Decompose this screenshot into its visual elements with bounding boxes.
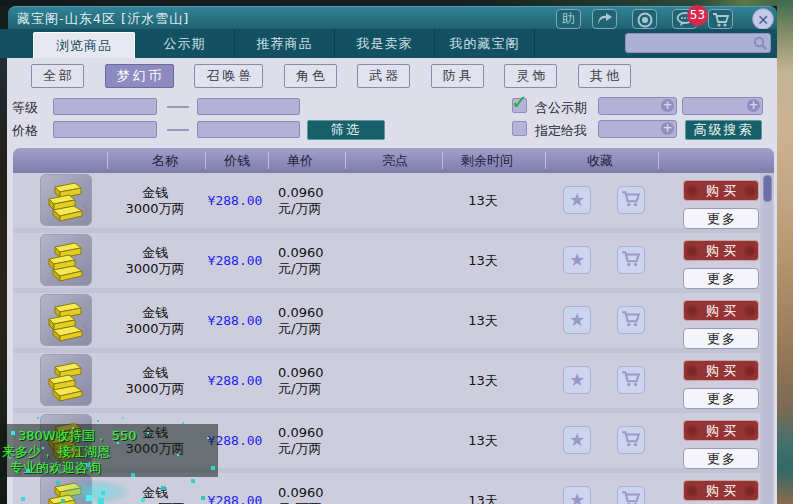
more-button-label: 更多 (707, 331, 737, 346)
close-button[interactable]: ✕ (752, 8, 774, 30)
item-remaining-time: 13天 (468, 313, 498, 329)
category-button-2[interactable]: 召唤兽 (194, 64, 263, 88)
category-button-1[interactable]: 梦幻币 (105, 64, 174, 88)
assigned-to-me-checkbox[interactable] (512, 121, 527, 136)
goods-row: 金钱 3000万两 ¥288.00 0.0960 元/万两 13天 ★ 购买 更… (13, 233, 760, 288)
level-filter-label: 等级 (12, 99, 38, 117)
favorite-button[interactable]: ★ (563, 366, 591, 394)
add-to-cart-button[interactable] (617, 246, 645, 274)
goods-row: 金钱 3000万两 ¥288.00 0.0960 元/万两 13天 ★ 购买 更… (13, 353, 760, 408)
buy-button[interactable]: 购买 (683, 360, 759, 381)
category-label: 梦幻币 (114, 67, 165, 85)
table-scrollbar[interactable] (763, 175, 772, 504)
assigned-combo[interactable]: + (598, 120, 677, 138)
extra-filter-combo[interactable]: + (682, 97, 763, 115)
item-price: ¥288.00 (208, 493, 263, 504)
add-to-cart-button[interactable] (617, 186, 645, 214)
plus-icon[interactable]: + (661, 122, 674, 135)
price-max-input[interactable] (197, 121, 300, 138)
add-to-cart-button[interactable] (617, 486, 645, 504)
more-button[interactable]: 更多 (683, 448, 759, 469)
level-range-dash (167, 106, 189, 108)
filter-button[interactable]: 筛选 (307, 120, 385, 140)
item-unit-label: 元/万两 (278, 441, 321, 457)
item-remaining-time: 13天 (468, 493, 498, 504)
more-button[interactable]: 更多 (683, 388, 759, 409)
help-button[interactable]: 助 (556, 9, 581, 29)
add-to-cart-button[interactable] (617, 426, 645, 454)
level-max-input[interactable] (197, 98, 300, 115)
category-button-5[interactable]: 防具 (431, 64, 484, 88)
price-range-dash (167, 129, 189, 131)
more-button[interactable]: 更多 (683, 268, 759, 289)
cart-icon (709, 12, 732, 28)
record-button[interactable] (632, 9, 657, 29)
gold-item-icon[interactable] (40, 234, 92, 286)
more-button-label: 更多 (707, 271, 737, 286)
category-button-6[interactable]: 灵饰 (504, 64, 557, 88)
titlebar-cart-button[interactable] (708, 9, 733, 29)
buy-button[interactable]: 购买 (683, 240, 759, 261)
star-icon: ★ (569, 431, 585, 449)
cart-icon (621, 370, 641, 391)
favorite-button[interactable]: ★ (563, 246, 591, 274)
buy-button[interactable]: 购买 (683, 180, 759, 201)
item-unit-label: 元/万两 (278, 501, 321, 504)
category-bar: 全部梦幻币召唤兽角色武器防具灵饰其他 (31, 64, 631, 88)
share-button[interactable] (592, 9, 617, 29)
category-button-7[interactable]: 其他 (578, 64, 631, 88)
gold-item-icon[interactable] (40, 294, 92, 346)
category-button-0[interactable]: 全部 (31, 64, 84, 88)
level-min-input[interactable] (53, 98, 157, 115)
more-button[interactable]: 更多 (683, 328, 759, 349)
plus-icon[interactable]: + (661, 99, 674, 112)
more-button[interactable]: 更多 (683, 208, 759, 229)
tab-label: 浏览商品 (56, 37, 112, 55)
tab-4[interactable]: 我的藏宝阁 (435, 29, 535, 58)
header-favorite: 收藏 (587, 152, 613, 170)
price-min-input[interactable] (53, 121, 157, 138)
gold-item-icon[interactable] (40, 354, 92, 406)
category-label: 灵饰 (513, 67, 548, 85)
favorite-button[interactable]: ★ (563, 186, 591, 214)
category-button-4[interactable]: 武器 (357, 64, 410, 88)
advanced-search-button[interactable]: 高级搜索 (685, 120, 762, 140)
tab-label: 推荐商品 (257, 35, 313, 53)
buy-button[interactable]: 购买 (683, 300, 759, 321)
category-label: 全部 (40, 67, 75, 85)
include-public-checkbox[interactable]: ✓ (512, 98, 527, 113)
favorite-button[interactable]: ★ (563, 306, 591, 334)
star-icon: ★ (569, 251, 585, 269)
assigned-to-me-label: 指定给我 (535, 122, 587, 140)
buy-button[interactable]: 购买 (683, 480, 759, 501)
share-icon (593, 12, 616, 26)
cart-icon (621, 430, 641, 451)
cart-icon (621, 490, 641, 504)
add-to-cart-button[interactable] (617, 366, 645, 394)
header-price: 价钱 (224, 152, 250, 170)
scrollbar-thumb[interactable] (763, 175, 772, 202)
favorite-button[interactable]: ★ (563, 486, 591, 504)
chat-line: 专业的欢迎咨询 (10, 459, 101, 477)
cart-icon (621, 250, 641, 271)
window-title: 藏宝阁-山东4区 [沂水雪山] (17, 10, 189, 28)
tab-0[interactable]: 浏览商品 (33, 32, 135, 58)
item-name: 金钱 (142, 245, 168, 261)
category-button-3[interactable]: 角色 (284, 64, 337, 88)
tab-3[interactable]: 我是卖家 (335, 29, 435, 58)
public-period-combo[interactable]: + (598, 97, 677, 115)
close-icon: ✕ (757, 12, 769, 28)
search-input[interactable] (625, 33, 771, 53)
category-label: 角色 (293, 67, 328, 85)
buy-button[interactable]: 购买 (683, 420, 759, 441)
item-unit-price: 0.0960 (278, 365, 324, 381)
buy-button-label: 购买 (706, 363, 740, 378)
tab-1[interactable]: 公示期 (135, 29, 235, 58)
plus-icon[interactable]: + (747, 99, 760, 112)
tab-2[interactable]: 推荐商品 (235, 29, 335, 58)
add-to-cart-button[interactable] (617, 306, 645, 334)
item-unit-label: 元/万两 (278, 201, 321, 217)
favorite-button[interactable]: ★ (563, 426, 591, 454)
item-unit-price: 0.0960 (278, 185, 324, 201)
gold-item-icon[interactable] (40, 174, 92, 226)
